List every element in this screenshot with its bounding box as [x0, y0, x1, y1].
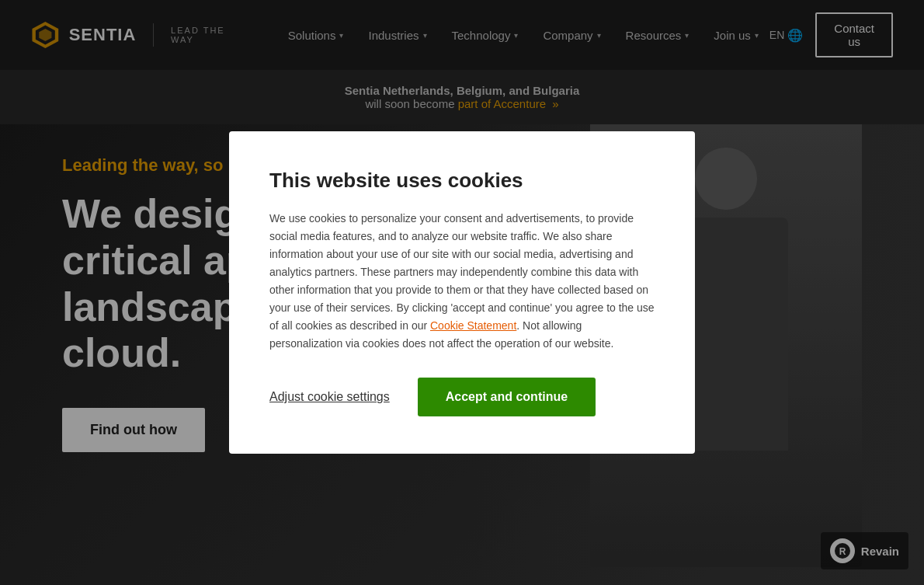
cookie-actions: Adjust cookie settings Accept and contin… — [269, 378, 655, 416]
accept-and-continue-button[interactable]: Accept and continue — [418, 378, 596, 416]
cookie-title: This website uses cookies — [269, 169, 655, 193]
adjust-cookie-settings-button[interactable]: Adjust cookie settings — [269, 390, 390, 404]
cookie-body: We use cookies to personalize your conse… — [269, 210, 655, 353]
cookie-statement-link[interactable]: Cookie Statement — [430, 319, 516, 332]
cookie-modal: This website uses cookies We use cookies… — [229, 131, 695, 454]
cookie-overlay: This website uses cookies We use cookies… — [0, 0, 924, 585]
